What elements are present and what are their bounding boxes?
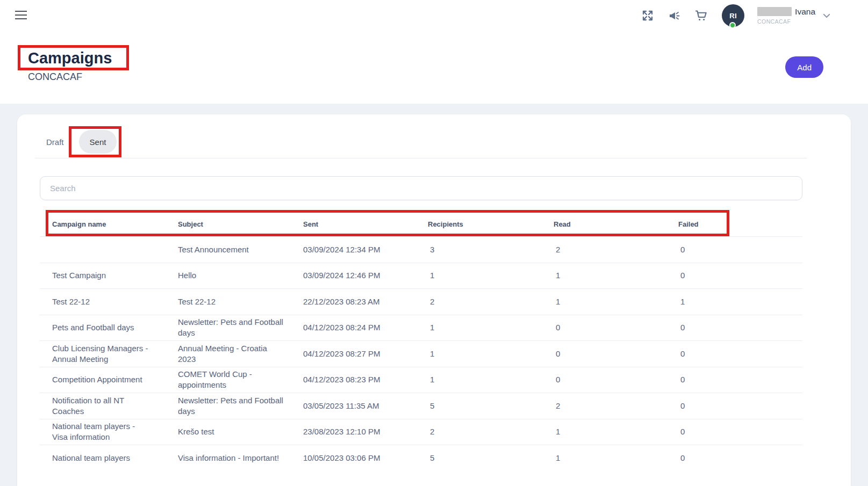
table-cell: Newsletter: Pets and Football days (166, 395, 291, 417)
user-name: Ivana (795, 7, 815, 17)
table-cell: COMET World Cup - appointments (166, 369, 291, 390)
table-cell: National team players - Visa information (40, 421, 166, 443)
table-cell: 2 (541, 401, 666, 411)
table-cell: 1 (415, 374, 541, 385)
table-cell: 1 (666, 296, 802, 307)
table-row[interactable]: National team players - Visa information… (40, 419, 802, 445)
table-cell: 04/12/2023 08:23 PM (291, 374, 415, 385)
table-cell: 03/09/2024 12:34 PM (291, 244, 415, 255)
table-cell: 0 (666, 453, 802, 463)
table-cell: 0 (666, 426, 802, 437)
table-cell: Club Licensing Managers - Annual Meeting (40, 343, 166, 365)
page-header: RI Ivana CONCACAF Campaigns CONCACAF Add (0, 0, 868, 104)
table-cell: 1 (415, 270, 541, 281)
table-cell: Test 22-12 (40, 296, 166, 307)
table-cell: Notification to all NT Coaches (40, 395, 166, 417)
table-row[interactable]: Club Licensing Managers - Annual Meeting… (40, 340, 802, 367)
table-cell: 2 (415, 426, 541, 437)
campaigns-page: RI Ivana CONCACAF Campaigns CONCACAF Add… (0, 0, 868, 486)
search-input[interactable] (40, 176, 802, 200)
table-cell: 1 (541, 296, 666, 307)
table-cell: 1 (541, 270, 666, 281)
table-cell: 0 (541, 374, 666, 385)
add-button[interactable]: Add (785, 56, 823, 78)
column-header[interactable]: Sent (291, 220, 415, 228)
table-cell: 1 (415, 349, 541, 359)
column-header[interactable]: Recipients (415, 220, 541, 228)
table-cell: 0 (666, 374, 802, 385)
campaigns-card: Draft Sent Campaign nameSubjectSentRecip… (17, 114, 851, 486)
table-cell: Test Campaign (40, 270, 166, 281)
table-cell: 04/12/2023 08:24 PM (291, 322, 415, 333)
page-subtitle: CONCACAF (28, 71, 82, 83)
tab-draft[interactable]: Draft (46, 137, 64, 147)
table-cell: 1 (415, 322, 541, 333)
topbar-right: RI Ivana CONCACAF (627, 3, 831, 28)
avatar[interactable]: RI (722, 4, 744, 27)
table-row[interactable]: Test CampaignHello03/09/2024 12:46 PM110 (40, 263, 802, 289)
table-cell: Test 22-12 (166, 296, 291, 307)
table-cell: Hello (166, 270, 291, 281)
table-cell: Competition Appointment (40, 374, 166, 385)
avatar-initials: RI (729, 12, 737, 20)
cart-icon[interactable] (695, 9, 708, 22)
table-cell: Annual Meeting - Croatia 2023 (166, 343, 291, 365)
column-header[interactable]: Read (541, 220, 666, 228)
table-cell: 1 (541, 453, 666, 463)
table-cell: 0 (666, 322, 802, 333)
column-header[interactable]: Subject (166, 220, 291, 228)
table-cell: 1 (541, 426, 666, 437)
table-row[interactable]: Competition AppointmentCOMET World Cup -… (40, 367, 802, 393)
table-cell: 0 (666, 270, 802, 281)
table-cell: 23/08/2023 12:10 PM (291, 426, 415, 437)
tab-sent-label: Sent (90, 137, 106, 147)
table-cell: 22/12/2023 08:23 AM (291, 296, 415, 307)
table-row[interactable]: Pets and Football daysNewsletter: Pets a… (40, 315, 802, 341)
table-body: Test Announcement03/09/2024 12:34 PM320T… (40, 236, 802, 471)
user-menu[interactable]: Ivana CONCACAF (757, 7, 815, 25)
tabs-divider (35, 158, 807, 158)
table-cell: 03/05/2023 11:35 AM (291, 401, 415, 411)
table-cell: 0 (666, 244, 802, 255)
table-row[interactable]: Notification to all NT CoachesNewsletter… (40, 393, 802, 419)
table-cell: 10/05/2023 03:06 PM (291, 453, 415, 463)
table-cell: 2 (415, 296, 541, 307)
tab-sent[interactable]: Sent (79, 130, 117, 154)
table-cell: 03/09/2024 12:46 PM (291, 270, 415, 281)
table-row[interactable]: National team playersVisa information - … (40, 445, 802, 471)
table-cell: Krešo test (166, 426, 291, 437)
table-cell: 04/12/2023 08:27 PM (291, 349, 415, 359)
table-cell: 5 (415, 453, 541, 463)
table-cell: National team players (40, 453, 166, 463)
table-row[interactable]: Test Announcement03/09/2024 12:34 PM320 (40, 236, 802, 263)
page-title: Campaigns (28, 49, 112, 67)
column-header[interactable]: Failed (666, 220, 802, 228)
redacted-surname (757, 7, 792, 16)
table-cell: Pets and Football days (40, 322, 166, 333)
hamburger-menu-icon[interactable] (14, 9, 28, 21)
table-cell: 0 (666, 401, 802, 411)
table-cell: 5 (415, 401, 541, 411)
table-cell: 0 (541, 349, 666, 359)
table-cell: Test Announcement (166, 244, 291, 255)
table-cell: Newsletter: Pets and Football days (166, 317, 291, 338)
chevron-down-icon[interactable] (822, 11, 831, 20)
table-cell: Visa information - Important! (166, 453, 291, 463)
megaphone-icon[interactable] (668, 9, 681, 22)
user-org: CONCACAF (757, 18, 815, 25)
table-cell: 3 (415, 244, 541, 255)
table-cell: 2 (541, 244, 666, 255)
table-cell: 0 (666, 349, 802, 359)
column-header[interactable]: Campaign name (40, 220, 166, 228)
table-header-row: Campaign nameSubjectSentRecipientsReadFa… (40, 212, 802, 236)
table-row[interactable]: Test 22-12Test 22-1222/12/2023 08:23 AM2… (40, 288, 802, 315)
online-status-dot (729, 22, 736, 28)
table-cell: 0 (541, 322, 666, 333)
fullscreen-icon[interactable] (641, 9, 654, 22)
